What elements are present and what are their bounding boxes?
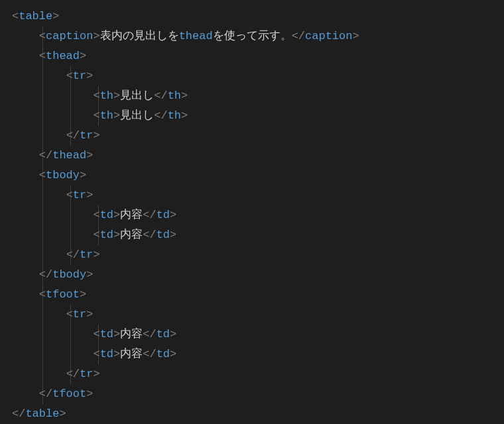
code-line: <td>内容</td> xyxy=(12,344,492,364)
code-line: </thead> xyxy=(12,146,492,166)
caption-keyword: thead xyxy=(179,30,213,42)
tag-table-close: table xyxy=(25,407,59,420)
cell-text: 内容 xyxy=(120,229,143,241)
tag-td-close: td xyxy=(157,209,170,221)
code-line: </tfoot> xyxy=(12,384,492,404)
code-line: <td>内容</td> xyxy=(12,225,492,245)
tag-tr-close: tr xyxy=(80,248,93,261)
code-line: <th>見出し</th> xyxy=(12,86,492,106)
tag-tr: tr xyxy=(73,308,86,321)
tag-td: td xyxy=(100,229,113,241)
code-line: <caption>表内の見出しをtheadを使って示す。</caption> xyxy=(12,26,492,46)
tag-th: th xyxy=(100,89,113,102)
code-line: <th>見出し</th> xyxy=(12,106,492,126)
code-line: <table> xyxy=(12,7,492,26)
tag-th: th xyxy=(100,109,113,122)
code-line: <tr> xyxy=(12,186,492,205)
tag-tr: tr xyxy=(73,70,86,82)
code-line: <tbody> xyxy=(12,166,492,186)
tag-caption-close: caption xyxy=(305,30,352,42)
tag-table: table xyxy=(19,10,52,23)
code-line: </tr> xyxy=(12,245,492,265)
tag-tfoot: tfoot xyxy=(46,288,80,301)
cell-text: 内容 xyxy=(120,348,143,360)
tag-td-close: td xyxy=(157,229,170,241)
tag-td: td xyxy=(100,328,113,341)
tag-tr: tr xyxy=(73,189,86,201)
tag-tbody-close: tbody xyxy=(52,268,86,281)
caption-text: を使って示す。 xyxy=(213,30,292,42)
tag-td-close: td xyxy=(157,328,170,341)
code-line: <tr> xyxy=(12,305,492,325)
tag-td-close: td xyxy=(157,348,170,360)
tag-tbody: tbody xyxy=(46,169,80,182)
caption-text: 表内の見出しを xyxy=(100,30,179,42)
code-line: </tr> xyxy=(12,364,492,384)
cell-text: 内容 xyxy=(120,328,143,341)
tag-th-close: th xyxy=(168,89,181,102)
code-line: </tbody> xyxy=(12,265,492,285)
tag-tfoot-close: tfoot xyxy=(52,388,86,400)
cell-text: 内容 xyxy=(120,209,143,221)
code-line: <td>内容</td> xyxy=(12,205,492,225)
cell-text: 見出し xyxy=(120,109,154,122)
tag-thead: thead xyxy=(46,50,80,62)
tag-thead-close: thead xyxy=(52,149,86,162)
tag-td: td xyxy=(100,209,113,221)
tag-td: td xyxy=(100,348,113,360)
code-line: <tr> xyxy=(12,66,492,86)
tag-caption: caption xyxy=(46,30,93,42)
code-line: <td>内容</td> xyxy=(12,325,492,344)
tag-th-close: th xyxy=(168,109,181,122)
code-line: <thead> xyxy=(12,46,492,66)
code-line: </tr> xyxy=(12,126,492,146)
code-line: <tfoot> xyxy=(12,285,492,305)
code-editor-content[interactable]: <table> <caption>表内の見出しをtheadを使って示す。</ca… xyxy=(12,7,492,424)
cell-text: 見出し xyxy=(120,89,154,102)
code-line: </table> xyxy=(12,404,492,424)
tag-tr-close: tr xyxy=(80,368,93,380)
tag-tr-close: tr xyxy=(80,129,93,142)
